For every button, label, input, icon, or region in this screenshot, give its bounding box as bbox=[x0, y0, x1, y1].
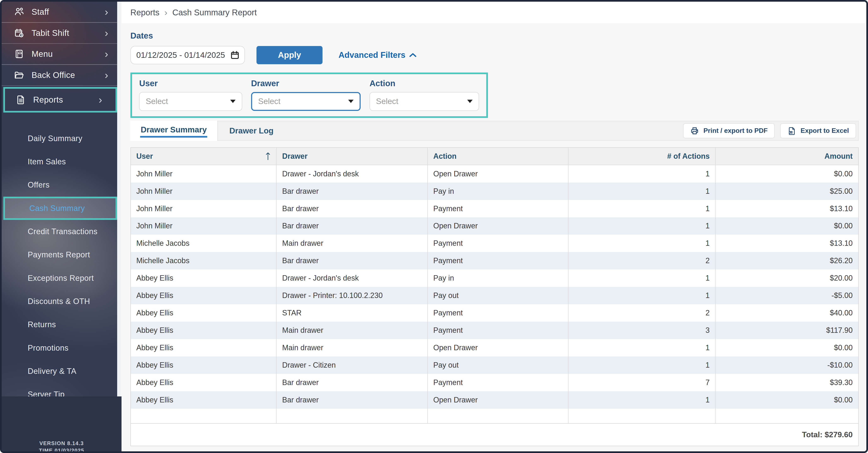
drawer-summary-table: User Drawer Action # of Actions Amount J… bbox=[130, 147, 859, 446]
cell-amount: $26.20 bbox=[716, 252, 858, 270]
chevron-right-icon: › bbox=[105, 7, 108, 17]
sidebar-item-label: Staff bbox=[31, 7, 104, 17]
cell-amount: -$10.00 bbox=[716, 357, 858, 374]
cell-amount: $13.10 bbox=[716, 234, 858, 252]
table-row: Abbey Ellis Bar drawer Payment 7 $39.30 bbox=[131, 374, 858, 391]
cell-action: Payment bbox=[428, 304, 568, 321]
sidebar-subitem[interactable]: Cash Summary bbox=[3, 197, 117, 220]
cell-action: Open Drawer bbox=[428, 391, 568, 409]
cell-drawer: Main drawer bbox=[277, 234, 428, 252]
tab-drawer-log[interactable]: Drawer Log bbox=[218, 121, 285, 140]
sidebar-subitem[interactable]: Discounts & OTH bbox=[2, 290, 122, 313]
cell-user: Abbey Ellis bbox=[131, 304, 277, 321]
drawer-select[interactable]: Select bbox=[251, 92, 361, 111]
cell-drawer: Drawer - Jordan's desk bbox=[277, 270, 428, 287]
cell-action: Payment bbox=[428, 252, 568, 270]
table-row: Michelle Jacobs Main drawer Payment 1 $1… bbox=[131, 234, 858, 252]
cell-user: John Miller bbox=[131, 200, 277, 217]
user-filter-label: User bbox=[139, 79, 242, 89]
total-amount: Total: $279.60 bbox=[802, 430, 853, 439]
menu-card-icon bbox=[14, 49, 24, 59]
cell-num-actions: 2 bbox=[568, 304, 716, 321]
time-text: TIME 01/03/2025 bbox=[39, 447, 84, 451]
table-row: Abbey Ellis STAR Payment 2 $40.00 bbox=[131, 304, 858, 321]
filter-user: User Select bbox=[139, 79, 242, 111]
cell-amount: $117.90 bbox=[716, 321, 858, 339]
page-title: Cash Summary Report bbox=[173, 8, 257, 17]
drawer-select-placeholder: Select bbox=[258, 97, 348, 106]
cell-num-actions: 3 bbox=[568, 321, 716, 339]
apply-button[interactable]: Apply bbox=[256, 46, 322, 64]
calendar-icon[interactable] bbox=[230, 50, 240, 60]
main-area: Reports › Cash Summary Report Dates 01/1… bbox=[122, 2, 866, 451]
cell-user: Michelle Jacobs bbox=[131, 252, 277, 270]
table-row: Abbey Ellis Drawer - Printer: 10.100.2.2… bbox=[131, 287, 858, 304]
svg-text:XLS: XLS bbox=[789, 131, 793, 133]
sidebar-item-reports[interactable]: Reports › bbox=[5, 89, 116, 111]
cell-num-actions: 1 bbox=[568, 217, 716, 235]
table-row: Abbey Ellis Main drawer Payment 3 $117.9… bbox=[131, 321, 858, 339]
cell-user: Abbey Ellis bbox=[131, 321, 277, 339]
sidebar-subitem[interactable]: Credit Transactions bbox=[2, 220, 122, 243]
sidebar-item-menu[interactable]: Menu › bbox=[2, 44, 122, 64]
chevron-right-icon: › bbox=[105, 70, 108, 80]
table-body: John Miller Drawer - Jordan's desk Open … bbox=[131, 165, 858, 409]
sidebar-subitem[interactable]: Exceptions Report bbox=[2, 266, 122, 290]
user-select[interactable]: Select bbox=[139, 92, 242, 111]
cell-amount: $0.00 bbox=[716, 339, 858, 357]
cell-drawer: Bar drawer bbox=[277, 374, 428, 391]
breadcrumb-parent[interactable]: Reports bbox=[130, 8, 159, 17]
cell-num-actions: 1 bbox=[568, 200, 716, 217]
cell-action: Payment bbox=[428, 234, 568, 252]
sidebar-subitem[interactable]: Offers bbox=[2, 173, 122, 197]
sidebar: Staff › Tabit Shift › Menu › bbox=[2, 2, 122, 451]
column-header-drawer[interactable]: Drawer bbox=[277, 148, 428, 165]
sidebar-submenu: Daily SummaryItem SalesOffersCash Summar… bbox=[2, 127, 122, 406]
table-row: John Miller Drawer - Jordan's desk Open … bbox=[131, 165, 858, 182]
filter-drawer: Drawer Select bbox=[251, 79, 361, 111]
column-header-num-actions[interactable]: # of Actions bbox=[568, 148, 716, 165]
tab-drawer-summary[interactable]: Drawer Summary bbox=[130, 121, 218, 141]
cell-amount: $25.00 bbox=[716, 182, 858, 200]
date-range-value: 01/12/2025 - 01/14/2025 bbox=[136, 51, 230, 60]
date-range-input[interactable]: 01/12/2025 - 01/14/2025 bbox=[130, 46, 245, 64]
folder-icon bbox=[14, 70, 24, 80]
filter-action: Action Select bbox=[370, 79, 479, 111]
sidebar-subitem[interactable]: Payments Report bbox=[2, 243, 122, 266]
column-header-amount[interactable]: Amount bbox=[716, 148, 858, 165]
cell-action: Open Drawer bbox=[428, 165, 568, 182]
action-select[interactable]: Select bbox=[370, 92, 479, 111]
column-header-user[interactable]: User bbox=[131, 148, 277, 165]
chevron-right-icon: › bbox=[105, 28, 108, 38]
sidebar-item-back-office[interactable]: Back Office › bbox=[2, 65, 122, 85]
sidebar-subitem[interactable]: Item Sales bbox=[2, 150, 122, 173]
cell-drawer: Drawer - Citizen bbox=[277, 357, 428, 374]
cell-drawer: Bar drawer bbox=[277, 252, 428, 270]
tab-strip: Drawer Summary Drawer Log Print / export… bbox=[130, 121, 859, 141]
cell-num-actions: 2 bbox=[568, 252, 716, 270]
table-row: Abbey Ellis Drawer - Jordan's desk Pay i… bbox=[131, 270, 858, 287]
sidebar-divider bbox=[2, 85, 122, 86]
cell-user: John Miller bbox=[131, 217, 277, 235]
column-header-action[interactable]: Action bbox=[428, 148, 568, 165]
cell-action: Payment bbox=[428, 321, 568, 339]
cell-amount: $40.00 bbox=[716, 304, 858, 321]
chevron-up-icon bbox=[409, 53, 416, 57]
cell-drawer: Bar drawer bbox=[277, 200, 428, 217]
export-excel-button[interactable]: XLS Export to Excel bbox=[780, 123, 856, 138]
report-document-icon bbox=[16, 94, 26, 105]
sidebar-item-tabit-shift[interactable]: Tabit Shift › bbox=[2, 23, 122, 43]
sidebar-subitem[interactable]: Returns bbox=[2, 313, 122, 336]
caret-down-icon bbox=[348, 100, 353, 103]
breadcrumb: Reports › Cash Summary Report bbox=[122, 2, 866, 23]
dates-label: Dates bbox=[130, 31, 859, 42]
reports-highlight-box: Reports › bbox=[3, 87, 117, 113]
sidebar-subitem[interactable]: Delivery & TA bbox=[2, 360, 122, 383]
cell-user: John Miller bbox=[131, 165, 277, 182]
sidebar-subitem[interactable]: Daily Summary bbox=[2, 127, 122, 150]
sidebar-item-staff[interactable]: Staff › bbox=[2, 2, 122, 22]
sidebar-subitem[interactable]: Promotions bbox=[2, 336, 122, 360]
print-export-pdf-button[interactable]: Print / export to PDF bbox=[683, 123, 775, 138]
advanced-filters-toggle[interactable]: Advanced Filters bbox=[338, 50, 416, 60]
sidebar-footer: VERSION 8.14.3 TIME 01/03/2025 bbox=[2, 396, 122, 451]
